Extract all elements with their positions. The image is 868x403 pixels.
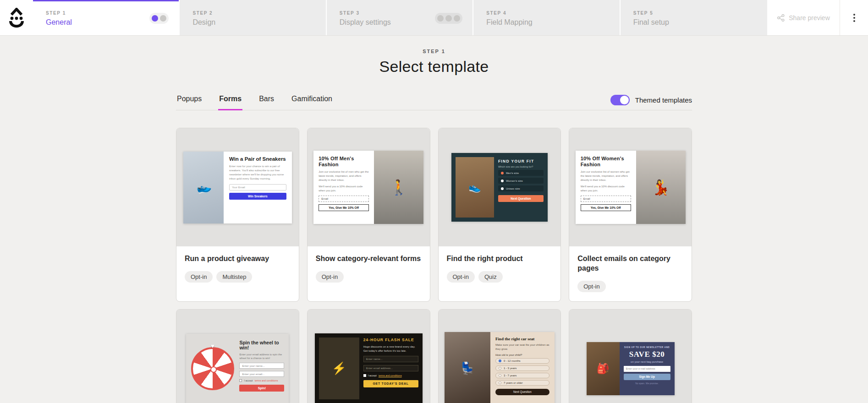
preview-name-input: Enter your name...	[239, 363, 284, 369]
preview-option: 0 - 12 months	[495, 358, 549, 364]
preview-next-button: Next Question	[498, 195, 544, 202]
preview-option: Men's size	[498, 170, 544, 176]
preview-footnote: No spam. We promise.	[624, 382, 670, 385]
checkbox-label: I accept	[244, 379, 253, 382]
toggle-knob	[620, 96, 629, 104]
preview-heading: SAVE $20	[624, 350, 670, 359]
share-preview-label: Share preview	[789, 14, 830, 22]
step-label: General	[46, 18, 72, 27]
step-tab-final-setup[interactable]: STEP 5 Final setup	[621, 0, 766, 35]
more-options-button[interactable]	[840, 0, 868, 35]
progress-dot	[437, 15, 444, 22]
template-thumbnail: Spin the wheel to win! Enter your email …	[176, 310, 299, 403]
template-card-collect-emails-category[interactable]: 10% Off Women's Fashion Join our exclusi…	[569, 128, 692, 302]
preview-email-input: Email	[319, 196, 369, 202]
template-thumbnail: 10% Off Men's Fashion Join our exclusive…	[308, 128, 430, 246]
step-tab-field-mapping[interactable]: STEP 4 Field Mapping	[473, 0, 619, 35]
preview-heading: Win a Pair of Sneakers	[229, 156, 286, 162]
step-kicker: STEP 5	[633, 11, 669, 16]
step-tab-display-settings[interactable]: STEP 3 Display settings	[327, 0, 472, 35]
optimonk-logo-icon	[7, 8, 26, 28]
preview-terms-checkbox: I accept terms and conditions	[239, 379, 284, 382]
preview-email-input: Enter email address...	[363, 365, 418, 371]
checkbox-label: I accept	[368, 374, 377, 377]
preview-heading: FIND YOUR FIT	[498, 159, 544, 163]
step-tab-general[interactable]: STEP 1 General	[33, 0, 179, 35]
preview-terms-checkbox: I accept terms and conditions	[363, 374, 418, 377]
preview-submit-button: Yes, Give Me 10% Off	[581, 204, 631, 211]
preview-name-input: Enter name...	[363, 356, 418, 362]
share-preview-button[interactable]: Share preview	[766, 0, 840, 35]
tag-quiz: Quiz	[478, 271, 503, 283]
radio-selected-icon	[499, 359, 501, 362]
bag-photo: 🎒	[587, 342, 620, 395]
preview-option-label: Women's size	[506, 180, 523, 182]
preview-email-input: Enter your e-mail address	[624, 366, 670, 372]
template-card-product-giveaway[interactable]: 👟 Win a Pair of Sneakers Enter now for y…	[176, 128, 299, 302]
preview-option-label: 7 years or older	[504, 381, 523, 384]
step-kicker: STEP 3	[340, 11, 391, 16]
share-icon	[777, 14, 785, 22]
preview-email-input: Email	[581, 196, 631, 202]
preview-heading: 10% Off Women's Fashion	[581, 156, 631, 168]
step-label: Design	[192, 18, 215, 27]
tab-forms[interactable]: Forms	[218, 95, 242, 110]
themed-templates-label: Themed templates	[635, 96, 692, 104]
template-card-find-right-product[interactable]: 👟 FIND YOUR FIT Which size are you looki…	[438, 128, 561, 302]
preview-heading: 10% Off Men's Fashion	[319, 156, 369, 168]
radio-icon	[501, 180, 504, 182]
preview-body: Huge discounts on a new brand every day.…	[363, 345, 418, 353]
step-kicker: STEP 1	[46, 11, 72, 16]
tag-multistep: Multistep	[216, 271, 252, 283]
themed-templates-toggle[interactable]	[610, 95, 630, 105]
template-card-flash-sale[interactable]: ⚡ 24-HOUR FLASH SALE Huge discounts on a…	[307, 309, 430, 403]
card-title: Run a product giveaway	[185, 254, 291, 264]
wheel-pointer-icon	[211, 345, 214, 348]
page-step-kicker: STEP 1	[0, 49, 868, 54]
step-progress-dots	[435, 13, 462, 24]
template-thumbnail: ⚡ 24-HOUR FLASH SALE Huge discounts on a…	[308, 310, 430, 403]
tag-opt-in: Opt-in	[185, 271, 213, 283]
preview-subheading: on your next bag purchase	[624, 360, 670, 363]
template-card-car-seat-quiz[interactable]: 💺 Find the right car seat Make sure your…	[438, 309, 561, 403]
progress-dot	[160, 15, 166, 22]
terms-link: terms and conditions	[379, 374, 402, 377]
tag-opt-in: Opt-in	[577, 281, 605, 292]
sneaker-photo: 👟	[183, 152, 224, 223]
progress-dot	[454, 15, 460, 22]
kebab-menu-icon	[853, 14, 855, 22]
preview-heading: 24-HOUR FLASH SALE	[363, 338, 418, 343]
template-tabs-bar: Popups Forms Bars Gamification Themed te…	[176, 95, 692, 110]
preview-deal-button: GET TODAY'S DEAL	[363, 380, 418, 387]
preview-next-button: Next Question	[495, 389, 549, 395]
template-card-spin-wheel[interactable]: Spin the wheel to win! Enter your email …	[176, 309, 299, 403]
app-logo[interactable]	[0, 0, 33, 35]
step-tab-design[interactable]: STEP 2 Design	[180, 0, 325, 35]
tab-gamification[interactable]: Gamification	[291, 95, 333, 110]
step-progress-dots	[149, 13, 169, 24]
checkbox-icon	[239, 379, 242, 382]
preview-signup-button: Sign Me Up	[624, 374, 670, 380]
lightning-bolt-icon: ⚡	[319, 338, 359, 399]
card-title: Find the right product	[447, 254, 553, 264]
preview-email-input: Enter your email...	[239, 371, 284, 377]
tab-popups[interactable]: Popups	[176, 95, 203, 110]
template-card-category-relevant-forms[interactable]: 10% Off Men's Fashion Join our exclusive…	[307, 128, 430, 302]
man-photo: 🚶	[374, 151, 423, 224]
preview-question: How old is your child?	[495, 354, 549, 356]
preview-option-label: 0 - 12 months	[504, 359, 521, 362]
step-kicker: STEP 2	[192, 11, 215, 16]
preview-option-label: Men's size	[506, 172, 519, 174]
preview-popup: 👟 Win a Pair of Sneakers Enter now for y…	[183, 152, 292, 223]
themed-templates-toggle-group: Themed templates	[610, 95, 692, 110]
template-thumbnail: 💺 Find the right car seat Make sure your…	[439, 310, 561, 403]
preview-heading: Spin the wheel to win!	[239, 340, 284, 351]
preview-option: 3 - 7 years	[495, 373, 549, 378]
radio-selected-icon	[501, 172, 504, 174]
card-title: Collect emails on category pages	[577, 254, 683, 273]
preview-popup: 👟 FIND YOUR FIT Which size are you looki…	[451, 153, 548, 222]
preview-submit-button: Yes, Give Me 10% Off	[319, 204, 369, 211]
tab-bars[interactable]: Bars	[258, 95, 275, 110]
template-card-save-20[interactable]: 🎒 SIGN UP TO OUR NEWSLETTER AND SAVE $20…	[569, 309, 692, 403]
preview-body: Enter now for your chance to win a pair …	[229, 164, 286, 181]
